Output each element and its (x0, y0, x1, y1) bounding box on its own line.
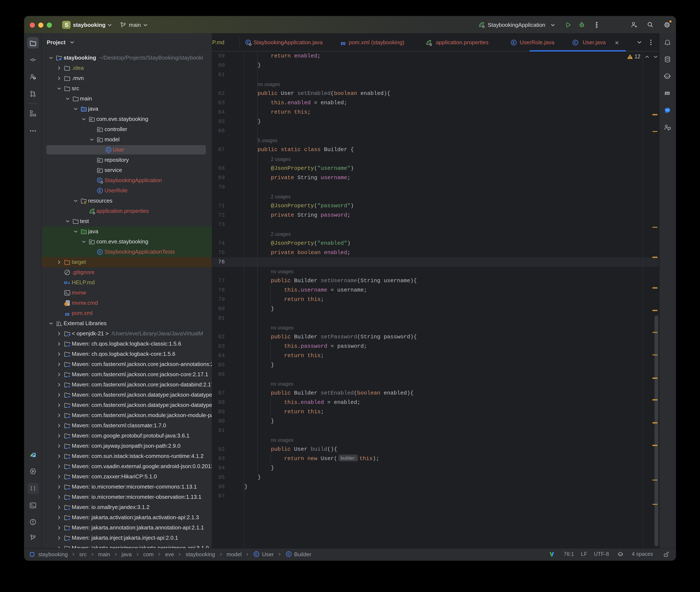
svg-text:M: M (64, 280, 68, 285)
svg-text:?: ? (34, 77, 35, 80)
svg-text:C: C (99, 250, 101, 254)
svg-text:C: C (287, 552, 290, 556)
svg-text:C: C (99, 178, 101, 182)
svg-text:C: C (255, 552, 258, 556)
svg-text:C: C (574, 40, 577, 45)
svg-text:E: E (99, 189, 101, 193)
svg-text:E: E (513, 40, 515, 45)
svg-text:C: C (247, 40, 250, 44)
svg-text:C: C (107, 148, 109, 152)
